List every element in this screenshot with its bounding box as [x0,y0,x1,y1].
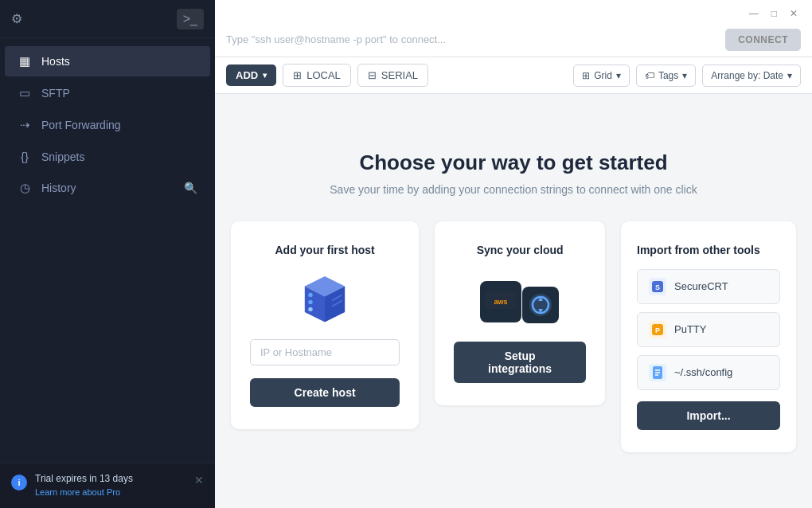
title-bar: — □ ✕ [215,0,812,22]
local-button[interactable]: ⊞ LOCAL [283,64,351,87]
maximize-icon[interactable]: □ [768,6,780,21]
sidebar-item-label: SFTP [41,87,197,100]
sidebar-item-sftp[interactable]: ▭ SFTP [5,78,210,108]
local-label: LOCAL [306,69,341,81]
info-icon: i [11,475,27,490]
tags-chevron-icon: ▾ [682,70,687,81]
hosts-icon: ▦ [18,54,32,68]
cards-row: Add your first host [231,221,796,452]
main-area: — □ ✕ CONNECT ADD ▾ ⊞ LOCAL ⊟ SERIAL ⊞ G… [215,0,812,508]
add-host-card: Add your first host [231,221,419,429]
toolbar: ADD ▾ ⊞ LOCAL ⊟ SERIAL ⊞ Grid ▾ 🏷 Tags ▾… [215,57,812,94]
close-icon[interactable]: ✕ [787,6,801,21]
sidebar-item-label: History [41,182,174,194]
create-host-button[interactable]: Create host [250,378,400,407]
sidebar-item-label: Hosts [41,55,197,68]
serial-icon: ⊟ [368,69,377,81]
svg-point-5 [308,307,312,311]
sidebar-item-label: Port Forwarding [41,119,197,131]
port-forwarding-icon: ⇢ [18,118,32,132]
sidebar: ⚙ >_ ▦ Hosts ▭ SFTP ⇢ Port Forwarding {}… [0,0,215,508]
ssh-config-icon [649,364,666,381]
svg-point-4 [308,299,312,303]
ssh-config-label: ~/.ssh/config [674,366,732,378]
gear-icon[interactable]: ⚙ [11,11,22,26]
add-label: ADD [236,69,258,81]
terminal-icon[interactable]: >_ [177,9,204,29]
svg-text:S: S [655,283,660,291]
ip-hostname-input[interactable] [250,339,400,365]
connect-button[interactable]: CONNECT [725,29,801,51]
sync-cloud-card: Sync your cloud aws [435,221,605,405]
content-area: Choose your way to get started Save your… [215,94,812,508]
arrange-label: Arrange by: Date [711,70,783,81]
footer-text: Trial expires in 13 days Learn more abou… [35,473,186,498]
setup-integrations-button[interactable]: Setup integrations [454,342,586,383]
import-card: Import from other tools S SecureCRT P Pu… [621,221,796,452]
server-icon [296,269,353,326]
ssh-config-button[interactable]: ~/.ssh/config [637,355,780,390]
grid-icon: ⊞ [582,70,590,81]
snippets-icon: {} [18,150,32,163]
securecrt-label: SecureCRT [674,280,728,292]
sidebar-item-snippets[interactable]: {} Snippets [5,142,210,171]
tags-label: Tags [658,70,678,81]
minimize-icon[interactable]: — [746,6,762,21]
securecrt-button[interactable]: S SecureCRT [637,269,780,304]
sidebar-item-hosts[interactable]: ▦ Hosts [5,46,210,76]
import-button[interactable]: Import... [637,401,780,430]
toolbar-right: ⊞ Grid ▾ 🏷 Tags ▾ Arrange by: Date ▾ [573,64,801,87]
chevron-down-icon: ▾ [263,71,267,80]
add-host-card-title: Add your first host [275,244,374,256]
sidebar-item-history[interactable]: ◷ History 🔍 [5,173,210,203]
add-button[interactable]: ADD ▾ [226,64,276,86]
connection-bar: CONNECT [215,22,812,57]
svg-text:P: P [655,326,660,334]
arrange-chevron-icon: ▾ [787,70,792,81]
local-icon: ⊞ [293,69,302,81]
sidebar-footer: i Trial expires in 13 days Learn more ab… [0,463,215,508]
arrange-button[interactable]: Arrange by: Date ▾ [702,64,801,87]
putty-icon: P [649,321,666,338]
content-subtitle: Save your time by adding your connection… [330,183,697,196]
grid-chevron-icon: ▾ [616,70,621,81]
grid-label: Grid [594,70,612,81]
sync-cloud-card-title: Sync your cloud [477,244,564,256]
serial-button[interactable]: ⊟ SERIAL [357,64,428,87]
sidebar-top-bar: ⚙ >_ [0,0,215,38]
serial-label: SERIAL [381,69,418,81]
svg-point-3 [308,292,312,296]
trial-text: Trial expires in 13 days [35,473,186,484]
search-icon[interactable]: 🔍 [184,182,197,194]
sidebar-item-label: Snippets [41,150,197,163]
putty-button[interactable]: P PuTTY [637,312,780,347]
content-header: Choose your way to get started Save your… [330,150,697,196]
sidebar-nav: ▦ Hosts ▭ SFTP ⇢ Port Forwarding {} Snip… [0,38,215,463]
footer-close-icon[interactable]: ✕ [194,474,204,487]
tags-button[interactable]: 🏷 Tags ▾ [636,64,696,87]
svg-text:aws: aws [494,298,508,306]
import-card-title: Import from other tools [637,244,780,256]
securecrt-icon: S [649,278,666,295]
sidebar-item-port-forwarding[interactable]: ⇢ Port Forwarding [5,110,210,140]
history-icon: ◷ [18,181,32,195]
ssh-input[interactable] [226,33,717,45]
cloud-aws-icon: aws [476,269,564,329]
tag-icon: 🏷 [645,70,654,81]
content-title: Choose your way to get started [330,150,697,175]
grid-view-button[interactable]: ⊞ Grid ▾ [573,64,630,87]
sftp-icon: ▭ [18,86,32,100]
learn-more-link[interactable]: Learn more about Pro [35,487,120,497]
putty-label: PuTTY [674,323,706,335]
